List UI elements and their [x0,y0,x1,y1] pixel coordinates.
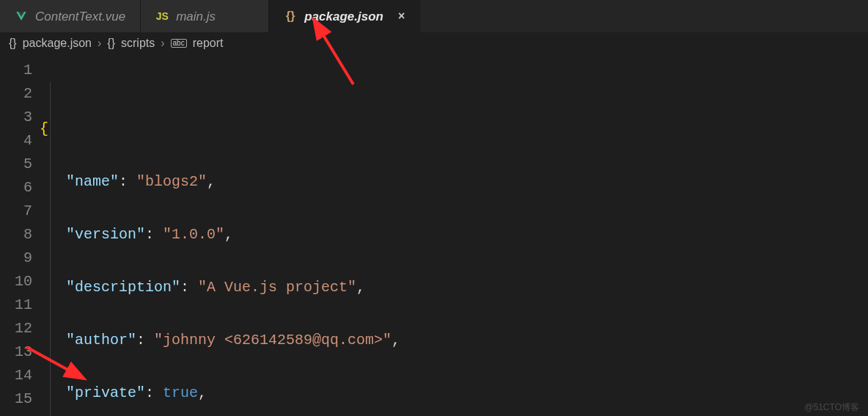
line-number: 8 [0,223,40,247]
tab-label: main.js [176,10,216,23]
tab-label: package.json [304,10,383,23]
json-icon: {} [9,37,17,49]
tab-main-js[interactable]: JS main.js [141,0,269,32]
breadcrumb-item[interactable]: report [193,37,224,49]
code-area[interactable]: { "name": "blogs2", "version": "1.0.0", … [40,54,868,416]
close-icon[interactable]: × [398,10,405,22]
line-number: 3 [0,106,40,129]
tab-bar: ContentText.vue JS main.js {} package.js… [0,0,868,32]
indent-guide [50,82,51,416]
line-number: 1 [0,59,40,82]
line-number: 14 [0,364,40,387]
line-number-gutter: 1 2 3 4 5 6 7 8 9 10 11 12 13 14 15 [0,54,40,416]
breadcrumb-item[interactable]: package.json [23,37,92,49]
code-editor[interactable]: 1 2 3 4 5 6 7 8 9 10 11 12 13 14 15 { "n… [0,54,868,416]
chevron-right-icon: › [161,37,164,49]
line-number: 13 [0,340,40,364]
json-icon: {} [284,10,297,23]
watermark: @51CTO博客 [804,403,859,412]
tab-contenttext-vue[interactable]: ContentText.vue [0,0,141,32]
vue-icon [15,10,28,23]
chevron-right-icon: › [98,37,101,49]
line-number: 11 [0,293,40,317]
line-number: 4 [0,129,40,153]
breadcrumb: {} package.json › {} scripts › abc repor… [0,32,868,54]
line-number: 7 [0,200,40,223]
line-number: 6 [0,176,40,200]
line-number: 9 [0,247,40,270]
tab-label: ContentText.vue [35,10,125,23]
tab-package-json[interactable]: {} package.json × [269,0,420,32]
line-number: 5 [0,153,40,176]
line-number: 12 [0,317,40,340]
js-icon: JS [155,10,169,23]
string-icon: abc [171,39,187,48]
breadcrumb-item[interactable]: scripts [121,37,155,49]
line-number: 15 [0,387,40,411]
line-number: 10 [0,270,40,293]
json-icon: {} [107,37,115,49]
line-number: 2 [0,82,40,106]
